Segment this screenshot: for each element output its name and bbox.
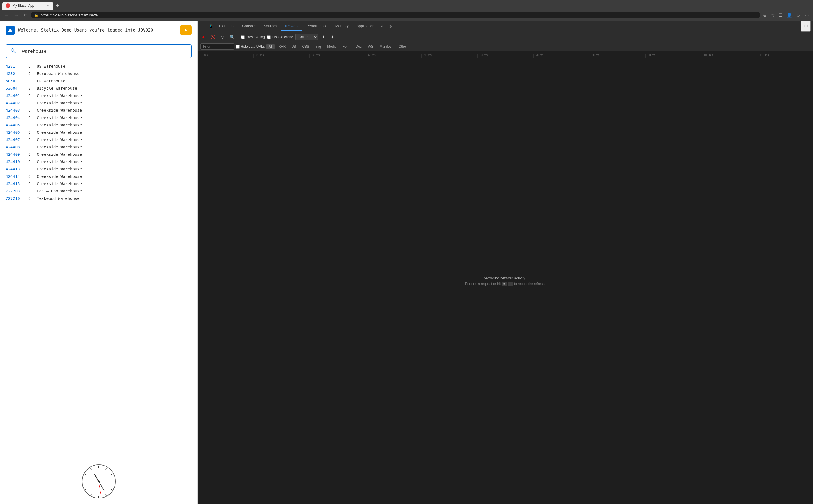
filter-doc[interactable]: Doc [353,44,364,49]
warehouse-id[interactable]: 424409 [6,152,28,157]
warehouse-id[interactable]: 424407 [6,137,28,142]
warehouse-row: 424407 C Creekside Warehouse [6,136,192,143]
bookmarks-bar-icon[interactable]: ☰ [777,11,784,19]
search-input[interactable] [20,46,191,57]
preserve-log-checkbox[interactable]: Preserve log [241,35,265,39]
profile-icon[interactable]: 👤 [785,11,793,19]
warehouse-row: 424402 C Creekside Warehouse [6,99,192,107]
tab-elements[interactable]: Elements [215,21,238,31]
warehouse-id[interactable]: 4281 [6,64,28,69]
warehouse-id[interactable]: 424405 [6,123,28,127]
warehouse-type: C [28,189,37,193]
record-button[interactable]: ● [200,34,207,40]
warehouse-name: Bicycle Warehouse [37,86,192,91]
svg-point-1 [11,49,14,51]
import-button[interactable]: ⬆ [320,34,327,40]
warehouse-name: Creekside Warehouse [37,93,192,98]
devtools-mobile-icon[interactable]: 📱 [207,22,215,31]
bookmark-icon[interactable]: ☆ [770,11,776,19]
warehouse-row: 424405 C Creekside Warehouse [6,121,192,129]
action-button[interactable]: ➤ [180,25,192,35]
warehouse-id[interactable]: 424413 [6,167,28,171]
warehouse-row: 727203 C Can & Can Warehouse [6,187,192,195]
devtools-toolbar: ● 🚫 ▽ 🔍 Preserve log Disable cache Onlin… [198,32,813,42]
warehouse-row: 424403 C Creekside Warehouse [6,107,192,114]
emoji-icon[interactable]: ☺ [795,12,802,19]
tab-performance[interactable]: Performance [302,21,331,31]
address-bar[interactable]: 🔒 https://io-celin-blazor-start.azurewe.… [31,12,760,18]
warehouse-id[interactable]: 727210 [6,196,28,201]
warehouse-row: 424404 C Creekside Warehouse [6,114,192,121]
export-button[interactable]: ⬇ [329,34,336,40]
clear-button[interactable]: 🚫 [209,34,217,40]
main-split: Welcome, Steltix Demo Users you're logge… [0,21,813,504]
tab-application[interactable]: Application [352,21,378,31]
ruler-tick: 50 ms [422,54,477,58]
recording-hint: Perform a request or hit ⌘ R to record t… [465,282,546,286]
back-button[interactable]: ← [3,12,11,19]
ruler-tick: 80 ms [589,54,645,58]
warehouse-id[interactable]: 424415 [6,181,28,186]
warehouse-id[interactable]: 424406 [6,130,28,135]
warehouse-id[interactable]: 4282 [6,71,28,76]
warehouse-id[interactable]: 424414 [6,174,28,179]
forward-button[interactable]: → [12,12,20,19]
browser-tab[interactable]: My Blazor App ✕ [2,2,53,10]
search-network-button[interactable]: 🔍 [228,34,236,40]
warehouse-id[interactable]: 424403 [6,108,28,113]
filter-xhr[interactable]: XHR [276,44,288,49]
filter-img[interactable]: Img [313,44,323,49]
warehouse-row: 424406 C Creekside Warehouse [6,129,192,136]
warehouse-type: C [28,159,37,164]
warehouse-row: 424408 C Creekside Warehouse [6,143,192,151]
warehouse-id[interactable]: 424408 [6,145,28,149]
warehouse-type: B [28,86,37,91]
menu-icon[interactable]: ⋯ [803,11,810,19]
open-tab-icon[interactable]: ⊕ [762,11,768,19]
warehouse-id[interactable]: 6050 [6,79,28,83]
tab-more-icon[interactable]: » [378,21,385,31]
tab-console[interactable]: Console [238,21,260,31]
filter-js[interactable]: JS [290,44,298,49]
reload-button[interactable]: ↻ [22,11,29,19]
ruler-tick: 20 ms [253,54,309,58]
warehouse-id[interactable]: 727203 [6,189,28,193]
warehouse-id[interactable]: 424402 [6,101,28,105]
warehouse-id[interactable]: 53604 [6,86,28,91]
filter-input[interactable] [200,43,234,50]
tab-sources[interactable]: Sources [260,21,281,31]
lock-icon: 🔒 [34,13,38,17]
filter-font[interactable]: Font [340,44,352,49]
filter-css[interactable]: CSS [300,44,311,49]
new-tab-button[interactable]: + [54,3,61,9]
devtools-settings-button[interactable]: ⚙ [801,21,811,32]
filter-manifest[interactable]: Manifest [377,44,394,49]
filter-other[interactable]: Other [396,44,409,49]
tab-favicon [6,3,10,8]
search-button[interactable] [6,45,20,58]
throttle-select[interactable]: Online Fast 3G Slow 3G Offline [295,34,318,40]
devtools-device-icon[interactable]: ▭ [200,22,207,31]
warehouse-id[interactable]: 424404 [6,115,28,120]
warehouse-type: F [28,79,37,83]
filter-media[interactable]: Media [325,44,339,49]
hide-data-urls-checkbox[interactable]: Hide data URLs [236,45,265,49]
ruler-tick: 40 ms [365,54,422,58]
warehouse-type: C [28,145,37,149]
warehouse-name: Creekside Warehouse [37,123,192,127]
filter-button[interactable]: ▽ [219,34,226,40]
warehouse-type: C [28,64,37,69]
tab-close-icon[interactable]: ✕ [46,3,50,8]
disable-cache-checkbox[interactable]: Disable cache [267,35,293,39]
warehouse-id[interactable]: 424410 [6,159,28,164]
filter-all[interactable]: All [266,44,275,49]
tab-memory[interactable]: Memory [331,21,352,31]
ruler-tick: 60 ms [477,54,533,58]
address-text: https://io-celin-blazor-start.azurewe... [41,13,757,17]
warehouse-row: 4281 C US Warehouse [6,63,192,70]
filter-ws[interactable]: WS [365,44,375,49]
toolbar-divider-1 [238,34,239,40]
warehouse-id[interactable]: 424401 [6,93,28,98]
tab-network[interactable]: Network [281,21,302,31]
warehouse-row: 424401 C Creekside Warehouse [6,92,192,99]
